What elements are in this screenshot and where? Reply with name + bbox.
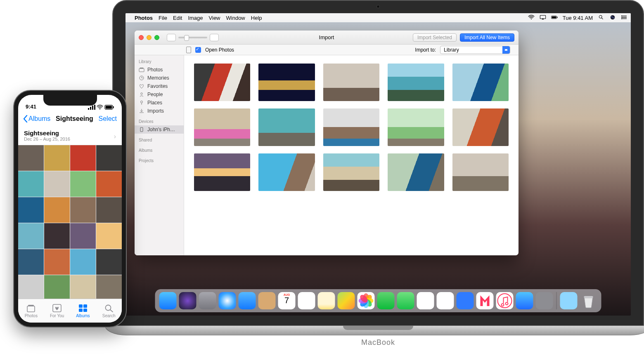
dock-app-notes[interactable] <box>318 292 335 309</box>
dock-app-news[interactable] <box>476 292 494 309</box>
menubar-item-edit[interactable]: Edit <box>173 15 182 21</box>
photo-thumbnail[interactable] <box>70 145 96 171</box>
back-button[interactable]: Albums <box>23 115 50 123</box>
import-thumbnail[interactable] <box>194 153 250 191</box>
tab-photos[interactable]: Photos <box>18 299 44 323</box>
tab-albums[interactable]: Albums <box>70 299 96 323</box>
photo-thumbnail[interactable] <box>70 197 96 223</box>
photo-thumbnail[interactable] <box>96 249 122 275</box>
photo-thumbnail[interactable] <box>96 171 122 197</box>
notification-center-icon[interactable] <box>621 15 627 21</box>
siri-icon[interactable] <box>609 15 616 21</box>
dock-app-appstore[interactable] <box>516 292 533 309</box>
dock-app-finder[interactable] <box>159 292 177 309</box>
menubar-item-help[interactable]: Help <box>251 15 262 21</box>
open-photos-checkbox[interactable] <box>195 47 201 53</box>
dock-app-trash[interactable] <box>580 292 597 309</box>
dock-app-messages[interactable] <box>377 292 395 309</box>
import-thumbnail[interactable] <box>323 108 379 146</box>
import-thumbnail[interactable] <box>388 153 444 191</box>
sidebar-item-people[interactable]: People <box>135 90 184 99</box>
menubar-item-image[interactable]: Image <box>188 15 203 21</box>
photo-thumbnail[interactable] <box>96 145 122 171</box>
dock-app-calendar[interactable]: AUG7 <box>278 292 296 309</box>
photo-thumbnail[interactable] <box>70 249 96 275</box>
photo-thumbnail[interactable] <box>18 171 44 197</box>
dock-app-itunes[interactable] <box>496 292 514 309</box>
photo-thumbnail[interactable] <box>44 249 70 275</box>
import-thumbnail[interactable] <box>258 153 315 191</box>
zoom-button[interactable] <box>154 35 159 40</box>
dock-app-safari[interactable] <box>219 292 236 309</box>
dock-app-contacts[interactable] <box>258 292 276 309</box>
battery-icon[interactable] <box>551 15 558 21</box>
import-all-button[interactable]: Import All New Items <box>460 33 514 42</box>
menubar-app-name[interactable]: Photos <box>135 15 153 21</box>
photo-thumbnail[interactable] <box>96 275 122 299</box>
zoom-slider[interactable] <box>178 37 207 38</box>
menubar-item-view[interactable]: View <box>209 15 220 21</box>
import-thumbnail[interactable] <box>258 108 315 146</box>
import-grid[interactable] <box>184 55 519 255</box>
dock-app-preferences[interactable] <box>536 292 553 309</box>
photo-thumbnail[interactable] <box>18 145 44 171</box>
menubar-item-window[interactable]: Window <box>226 15 245 21</box>
import-thumbnail[interactable] <box>323 153 379 191</box>
zoom-out-icon[interactable] <box>167 34 176 41</box>
sidebar-item-device-iphone[interactable]: John's iPh… <box>135 125 184 134</box>
sidebar-item-favorites[interactable]: Favorites <box>135 82 184 90</box>
dock-app-numbers[interactable] <box>417 292 434 309</box>
wifi-icon[interactable] <box>528 15 535 21</box>
minimize-button[interactable] <box>147 35 152 40</box>
sidebar-item-places[interactable]: Places <box>135 99 184 107</box>
import-thumbnail[interactable] <box>388 64 444 101</box>
photo-thumbnail[interactable] <box>44 171 70 197</box>
dock-app-reminders[interactable] <box>298 292 315 309</box>
photo-thumbnail[interactable] <box>18 223 44 249</box>
photo-thumbnail[interactable] <box>44 197 70 223</box>
menubar-clock[interactable]: Tue 9:41 AM <box>563 15 593 21</box>
import-selected-button[interactable]: Import Selected <box>413 33 457 42</box>
photo-grid[interactable] <box>18 145 122 299</box>
photo-thumbnail[interactable] <box>70 223 96 249</box>
import-thumbnail[interactable] <box>452 108 509 146</box>
import-thumbnail[interactable] <box>323 64 379 101</box>
photo-thumbnail[interactable] <box>44 145 70 171</box>
import-thumbnail[interactable] <box>452 64 509 101</box>
import-thumbnail[interactable] <box>258 64 315 101</box>
sidebar-item-imports[interactable]: Imports <box>135 107 184 115</box>
dock-app-photos[interactable] <box>358 292 375 309</box>
dock-app-facetime[interactable] <box>397 292 414 309</box>
dock-app-siri[interactable] <box>179 292 197 309</box>
spotlight-icon[interactable] <box>598 15 604 21</box>
photo-thumbnail[interactable] <box>96 197 122 223</box>
sidebar-item-photos[interactable]: Photos <box>135 66 184 74</box>
close-button[interactable] <box>139 35 144 40</box>
dock-app-launchpad[interactable] <box>199 292 216 309</box>
import-thumbnail[interactable] <box>452 153 509 191</box>
menubar-item-file[interactable]: File <box>159 15 167 21</box>
dock-app-keynote[interactable] <box>457 292 474 309</box>
sidebar-item-memories[interactable]: Memories <box>135 74 184 82</box>
photo-thumbnail[interactable] <box>18 275 44 299</box>
tab-for-you[interactable]: For You <box>44 299 70 323</box>
import-to-select[interactable]: Library <box>440 46 510 54</box>
album-header[interactable]: Sightseeing Dec 26 – Aug 25, 2016 › <box>18 127 122 145</box>
photo-thumbnail[interactable] <box>70 275 96 299</box>
photo-thumbnail[interactable] <box>18 197 44 223</box>
photo-thumbnail[interactable] <box>44 223 70 249</box>
photo-thumbnail[interactable] <box>44 275 70 299</box>
photo-thumbnail[interactable] <box>96 223 122 249</box>
photo-thumbnail[interactable] <box>18 249 44 275</box>
dock-app-mail[interactable] <box>239 292 256 309</box>
import-thumbnail[interactable] <box>388 108 444 146</box>
zoom-in-icon[interactable] <box>210 34 219 41</box>
dock-app-pages[interactable] <box>437 292 454 309</box>
dock-app-maps[interactable] <box>338 292 355 309</box>
select-button[interactable]: Select <box>99 115 117 123</box>
window-titlebar[interactable]: Import Import Selected Import All New It… <box>135 31 519 45</box>
airplay-icon[interactable] <box>540 15 546 21</box>
dock-app-downloads[interactable] <box>560 292 578 309</box>
import-thumbnail[interactable] <box>194 64 250 101</box>
import-thumbnail[interactable] <box>194 108 250 146</box>
